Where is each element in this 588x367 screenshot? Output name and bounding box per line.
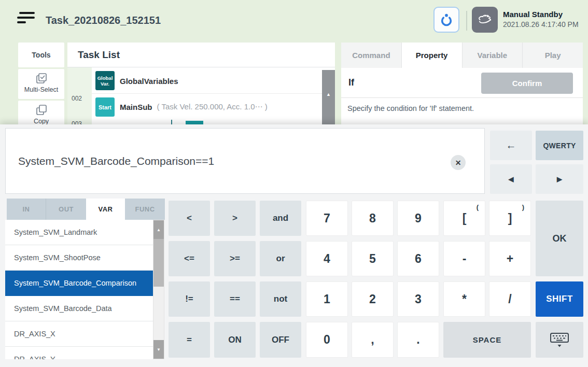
expression-keyboard-overlay: System_SVM_Barcode_Comparison==1 ✕ ← QWE… xyxy=(0,124,588,367)
key-dot[interactable]: . xyxy=(397,322,439,358)
gripper-tool-button[interactable] xyxy=(433,7,459,33)
key-greater-than[interactable]: > xyxy=(214,201,256,236)
keyboard-hide-icon xyxy=(549,332,570,348)
task-row-mainsub[interactable]: Start MainSub ( Task Vel. 250.000, Acc. … xyxy=(92,94,322,120)
tools-title: Tools xyxy=(32,51,50,59)
scroll-up-icon: ▲ xyxy=(326,92,331,124)
key-plus[interactable]: + xyxy=(489,241,531,276)
key-9[interactable]: 9 xyxy=(397,201,439,236)
scroll-down-icon: ▼ xyxy=(157,347,161,352)
multi-select-button[interactable]: Multi-Select xyxy=(18,69,64,99)
task-row-globalvariables[interactable]: Global Var. GlobalVariables xyxy=(92,69,322,94)
copy-label: Copy xyxy=(18,118,64,124)
tab-func[interactable]: FUNC xyxy=(125,199,165,220)
cursor-left-key[interactable]: ◀ xyxy=(490,164,532,194)
key-minus[interactable]: - xyxy=(443,241,485,276)
key-5[interactable]: 5 xyxy=(352,241,394,276)
property-panel: Command Property Variable Play If Confir… xyxy=(341,43,583,124)
list-item[interactable]: System_SVM_ShootPose xyxy=(5,245,153,271)
key-equal-equal[interactable]: == xyxy=(214,281,256,317)
key-assign[interactable]: = xyxy=(169,322,210,358)
list-item[interactable]: DR_AXIS_Y xyxy=(5,347,153,359)
copy-button[interactable]: Copy xyxy=(18,101,64,124)
start-badge: Start xyxy=(95,97,115,117)
list-item-selected[interactable]: System_SVM_Barcode_Comparison xyxy=(5,271,153,296)
qwerty-toggle-key[interactable]: QWERTY xyxy=(536,131,583,160)
property-description: Specify the condition for 'If' statement… xyxy=(347,104,474,112)
key-off[interactable]: OFF xyxy=(260,322,301,358)
close-icon: ✕ xyxy=(455,159,461,167)
scroll-down-button[interactable]: ▼ xyxy=(153,340,164,359)
cursor-right-key[interactable]: ▶ xyxy=(536,164,583,194)
tab-var[interactable]: VAR xyxy=(86,199,125,220)
backspace-icon: ← xyxy=(506,139,516,151)
page-title: Task_20210826_152151 xyxy=(46,15,161,26)
list-item[interactable]: System_SVM_Barcode_Data xyxy=(5,296,153,321)
tab-in[interactable]: IN xyxy=(7,199,46,220)
key-left-bracket[interactable]: [ ( xyxy=(443,201,485,236)
multi-select-icon xyxy=(35,73,48,85)
key-space[interactable]: SPACE xyxy=(443,322,531,358)
task-row-detail: ( Task Vel. 250.000, Acc. 1.0⋯ ) xyxy=(157,102,268,111)
chevron-right-icon: ▶ xyxy=(557,175,562,183)
property-panel-tabs: Command Property Variable Play xyxy=(341,43,583,68)
scroll-up-button[interactable]: ▲ xyxy=(153,220,164,239)
command-name: If xyxy=(348,68,354,97)
manual-mode-button[interactable] xyxy=(472,7,498,33)
list-item[interactable]: DR_AXIS_X xyxy=(5,321,153,347)
task-row-name: MainSub xyxy=(120,103,152,111)
key-comma[interactable]: , xyxy=(352,322,394,358)
task-row-name: GlobalVariables xyxy=(120,77,178,86)
task-list-scrollbar[interactable]: ▲ xyxy=(322,70,335,124)
key-hint-left-paren: ( xyxy=(477,203,479,211)
tab-out[interactable]: OUT xyxy=(46,199,86,220)
expression-input[interactable]: System_SVM_Barcode_Comparison==1 xyxy=(5,128,485,194)
key-hint-right-paren: ) xyxy=(522,203,524,211)
list-item[interactable]: System_SVM_Landmark xyxy=(5,220,153,245)
command-header-row: If Confirm xyxy=(341,68,583,98)
menu-icon[interactable] xyxy=(17,12,36,25)
key-or[interactable]: or xyxy=(260,241,301,276)
key-not[interactable]: not xyxy=(260,281,301,317)
key-7[interactable]: 7 xyxy=(306,201,348,236)
tab-play[interactable]: Play xyxy=(522,43,583,68)
key-2[interactable]: 2 xyxy=(352,281,394,317)
line-number: 003 xyxy=(72,120,82,124)
tab-command[interactable]: Command xyxy=(341,43,401,68)
clear-input-button[interactable]: ✕ xyxy=(451,155,466,170)
task-row-clipped-badge xyxy=(186,121,203,124)
copy-icon xyxy=(35,104,48,117)
key-1[interactable]: 1 xyxy=(306,281,348,317)
key-slash[interactable]: / xyxy=(489,281,531,317)
tab-property[interactable]: Property xyxy=(401,43,462,68)
key-4[interactable]: 4 xyxy=(306,241,348,276)
ok-button[interactable]: OK xyxy=(536,201,583,276)
key-6[interactable]: 6 xyxy=(397,241,439,276)
backspace-key[interactable]: ← xyxy=(490,131,532,160)
key-star[interactable]: * xyxy=(443,281,485,317)
tools-panel-header: Tools xyxy=(18,43,64,67)
key-3[interactable]: 3 xyxy=(397,281,439,317)
key-greater-equal[interactable]: >= xyxy=(214,241,256,276)
top-section: Task_20210826_152151 Manual Standby 2021… xyxy=(0,0,588,124)
scrollbar-thumb[interactable] xyxy=(153,239,164,287)
key-and[interactable]: and xyxy=(260,201,301,236)
tab-variable[interactable]: Variable xyxy=(462,43,523,68)
key-right-bracket[interactable]: ] ) xyxy=(489,201,531,236)
hide-keyboard-key[interactable] xyxy=(536,322,583,358)
key-less-equal[interactable]: <= xyxy=(169,241,210,276)
shift-key[interactable]: SHIFT xyxy=(536,281,583,317)
key-less-than[interactable]: < xyxy=(169,201,210,236)
variable-list: System_SVM_Landmark System_SVM_ShootPose… xyxy=(5,220,153,359)
task-list-panel: Task List 002 003 Global Var. GlobalVari… xyxy=(67,43,335,124)
global-var-badge: Global Var. xyxy=(95,71,115,90)
gripper-icon xyxy=(439,12,454,27)
key-not-equal[interactable]: != xyxy=(169,281,210,317)
key-on[interactable]: ON xyxy=(214,322,256,358)
key-8[interactable]: 8 xyxy=(352,201,394,236)
confirm-button[interactable]: Confirm xyxy=(481,73,573,94)
key-0[interactable]: 0 xyxy=(306,322,348,358)
variable-list-scrollbar: ▲ ▼ xyxy=(153,220,164,359)
indent-guide xyxy=(171,120,172,124)
scroll-up-icon: ▲ xyxy=(157,228,161,232)
